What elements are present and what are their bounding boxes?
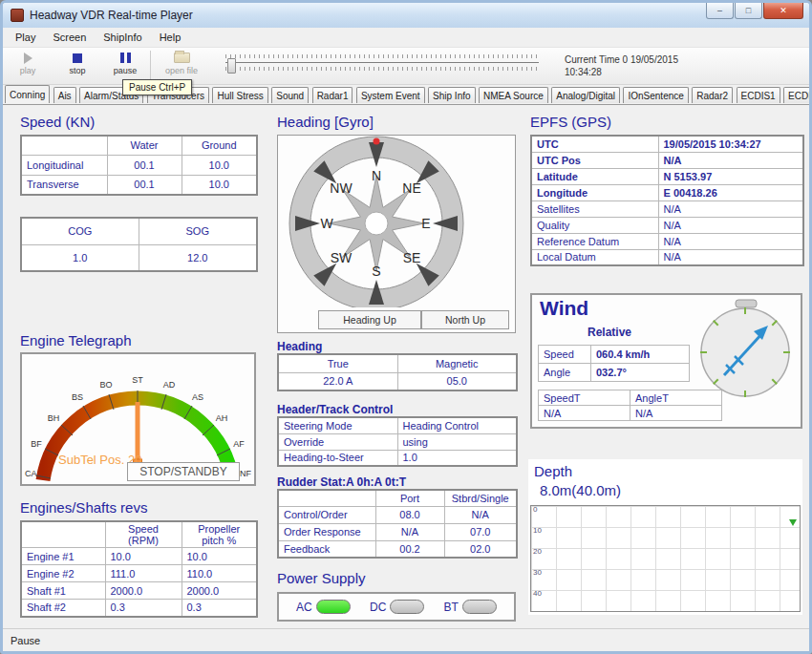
heading-magnetic-value: 05.0 xyxy=(397,372,517,390)
tab-conning[interactable]: Conning xyxy=(5,85,50,103)
window-title: Headway VDR Real-time Player xyxy=(30,9,193,22)
table-row: Longitudinal 00.1 10.0 xyxy=(21,155,257,175)
conning-page: Speed (KN) Water Ground Longitudinal 00.… xyxy=(3,106,809,628)
engines-shafts-table: Speed (RPM) Propeller pitch % Engine #1 … xyxy=(20,520,258,618)
col-propeller-pitch: Propeller pitch % xyxy=(182,521,257,548)
table-row: Shaft #1 2000.0 2000.0 xyxy=(21,582,257,600)
tab-sound[interactable]: Sound xyxy=(271,87,309,103)
col-magnetic: Magnetic xyxy=(397,354,517,372)
wind-title: Wind xyxy=(540,297,588,320)
stop-label: stop xyxy=(54,66,100,75)
compass-panel: N NE E SE S SW W NW Heading Up North Up xyxy=(277,135,516,333)
table-row: Reference Datum N/A xyxy=(531,233,803,249)
tab-nmea-source[interactable]: NMEA Source xyxy=(479,87,548,103)
tab-hull-stress[interactable]: Hull Stress xyxy=(212,87,267,103)
tab-analog-digital[interactable]: Analog/Digital xyxy=(551,87,620,103)
table-row: Longitude E 00418.26 xyxy=(531,184,803,200)
col-stbrd-single: Stbrd/Single xyxy=(444,490,517,506)
play-button[interactable]: play xyxy=(5,51,51,82)
tab-ship-info[interactable]: Ship Info xyxy=(428,87,475,103)
compass-north-marker xyxy=(374,138,380,145)
depth-chart: 0 10 20 30 40 xyxy=(530,505,801,612)
tab-system-event[interactable]: System Event xyxy=(356,87,425,103)
col-port: Port xyxy=(375,490,444,506)
svg-text:N: N xyxy=(372,168,381,183)
epfs-title: EPFS (GPS) xyxy=(530,114,611,130)
table-row: Shaft #2 0.3 0.3 xyxy=(21,600,257,617)
svg-text:NW: NW xyxy=(330,180,353,196)
speed-col-water: Water xyxy=(107,136,182,155)
power-led-dc xyxy=(390,600,424,614)
cog-label: COG xyxy=(21,218,139,244)
rudder-title: Rudder Stat:A 0h:A 0t:T xyxy=(277,475,406,489)
svg-text:AH: AH xyxy=(216,413,228,423)
table-row: Latitude N 5153.97 xyxy=(531,168,803,184)
stop-button[interactable]: stop xyxy=(54,51,100,82)
wind-speed-angle-table: Speed 060.4 km/h Angle 032.7° xyxy=(538,345,690,382)
power-led-ac xyxy=(316,600,351,614)
speed-panel-title: Speed (KN) xyxy=(20,114,95,130)
epfs-table: UTC 19/05/2015 10:34:27 UTC Pos N/A Lati… xyxy=(530,135,804,266)
track-control-title: Header/Track Control xyxy=(277,403,393,416)
pause-icon xyxy=(120,53,131,63)
pause-button[interactable]: pause xyxy=(102,51,148,82)
maximize-button[interactable]: □ xyxy=(735,3,762,19)
engine-telegraph-title: Engine Telegraph xyxy=(20,332,131,348)
open-file-label: open file xyxy=(156,66,207,75)
app-icon xyxy=(11,9,24,22)
power-supply-panel: AC DC BT xyxy=(277,592,516,622)
power-led-bt xyxy=(462,600,497,614)
slider-ticks-bottom xyxy=(225,67,539,71)
table-row: 22.0 A 05.0 xyxy=(278,372,517,390)
wind-angle-label: Angle xyxy=(539,364,591,382)
wind-speed-label: Speed xyxy=(539,346,591,364)
menu-item-shipinfo[interactable]: ShipInfo xyxy=(95,29,150,46)
heading-table: True Magnetic 22.0 A 05.0 xyxy=(277,353,518,391)
north-up-button[interactable]: North Up xyxy=(421,310,509,329)
tab-ais[interactable]: Ais xyxy=(53,87,76,103)
timeline-slider[interactable] xyxy=(225,54,539,78)
minimize-button[interactable]: – xyxy=(706,3,734,19)
svg-text:NF: NF xyxy=(240,469,251,478)
svg-text:BF: BF xyxy=(31,439,42,449)
col-true: True xyxy=(278,354,397,372)
heading-up-button[interactable]: Heading Up xyxy=(318,310,421,329)
menu-item-screen[interactable]: Screen xyxy=(44,29,95,46)
power-indicator-bt: BT xyxy=(444,600,497,614)
close-icon: ✕ xyxy=(780,6,787,15)
table-row: Water Ground xyxy=(21,136,257,155)
tab-ecdis2[interactable]: ECDIS2 xyxy=(783,87,812,103)
tab-radar2[interactable]: Radar2 xyxy=(692,87,733,103)
speed-table: Water Ground Longitudinal 00.1 10.0 Tran… xyxy=(20,135,258,196)
open-file-icon xyxy=(174,53,190,63)
svg-text:CA: CA xyxy=(25,469,37,478)
wind-panel: Wind Relative Speed 060.4 km/h Angle 032… xyxy=(530,293,802,429)
table-row: Control/Order 08.0 N/A xyxy=(278,506,517,523)
svg-text:BS: BS xyxy=(72,392,83,402)
depth-tick: 10 xyxy=(533,526,542,535)
menu-item-play[interactable]: Play xyxy=(7,29,44,46)
table-row: Engine #1 10.0 10.0 xyxy=(21,548,257,565)
wind-dial-cap xyxy=(736,300,757,307)
tab-ionsentence[interactable]: IOnSentence xyxy=(623,87,688,103)
slider-thumb[interactable] xyxy=(227,58,236,74)
power-indicator-dc: DC xyxy=(370,600,424,614)
pause-label: pause xyxy=(102,66,148,75)
tab-ecdis1[interactable]: ECDIS1 xyxy=(737,87,780,103)
stop-standby-button[interactable]: STOP/STANDBY xyxy=(127,462,240,481)
current-time-date: Current Time 0 19/05/2015 xyxy=(565,53,678,66)
tab-radar1[interactable]: Radar1 xyxy=(312,87,353,103)
open-file-button[interactable]: open file xyxy=(156,51,207,82)
heading-true-value: 22.0 A xyxy=(278,372,397,390)
table-row: Satellites N/A xyxy=(531,200,803,217)
menu-item-help[interactable]: Help xyxy=(151,29,190,46)
current-time: Current Time 0 19/05/2015 10:34:28 xyxy=(565,53,678,78)
sog-value: 12.0 xyxy=(139,244,257,271)
current-time-clock: 10:34:28 xyxy=(565,66,678,78)
close-button[interactable]: ✕ xyxy=(763,3,803,19)
svg-text:E: E xyxy=(421,216,430,231)
svg-text:SW: SW xyxy=(331,250,353,265)
table-row: Transverse 00.1 10.0 xyxy=(21,175,257,195)
compass-hub xyxy=(365,212,388,235)
table-row: Speed 060.4 km/h xyxy=(539,346,690,364)
